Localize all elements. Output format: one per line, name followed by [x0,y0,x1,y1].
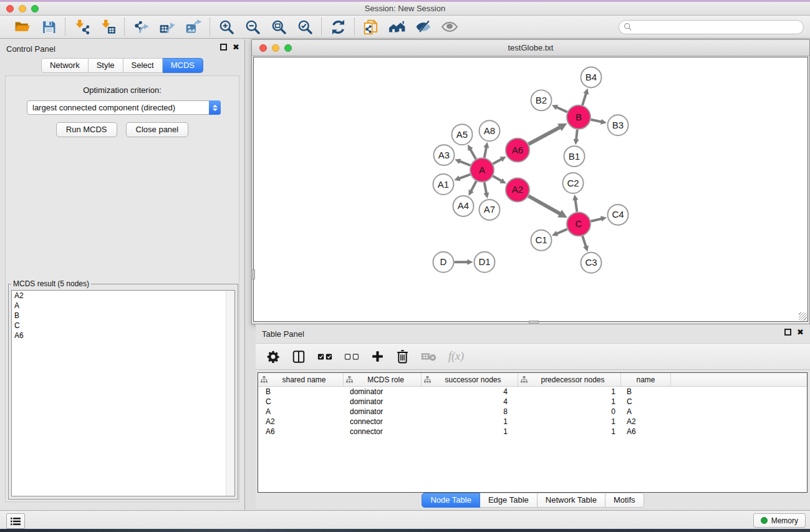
graph-edge-B-B2[interactable] [556,107,567,112]
first-neighbors-button[interactable] [388,18,406,36]
mcds-result-item[interactable]: A2 [12,291,234,301]
duplicate-network-button[interactable] [362,18,380,36]
function-builder-button[interactable]: f(x) [448,350,464,363]
graph-edge-B-B1[interactable] [576,130,577,140]
close-panel-button[interactable]: Close panel [126,122,189,137]
import-table-button[interactable] [99,18,117,36]
save-session-button[interactable] [40,18,57,36]
column-header-shared-name[interactable]: shared name [258,373,344,386]
optimization-select[interactable]: largest connected component (directed) [27,100,221,115]
table-close-panel-icon[interactable]: ✖ [797,329,804,336]
delete-column-button[interactable] [396,349,409,364]
graph-edge-C-C2[interactable] [576,200,577,212]
mcds-result-list[interactable]: A2ABCA6 [11,290,235,496]
deselect-all-button[interactable] [344,352,359,362]
cell-shared-name[interactable]: C [258,397,344,407]
graph-edge-A-A6[interactable] [493,159,501,164]
export-network-button[interactable] [132,18,150,36]
search-input[interactable] [632,21,803,33]
delete-table-button[interactable] [421,351,436,362]
cell-name[interactable]: A2 [621,417,671,427]
table-row[interactable]: A2connector11A2 [258,417,807,427]
mcds-result-item[interactable]: C [12,321,234,331]
cell-predecessor-nodes[interactable]: 0 [518,407,621,417]
column-layout-button[interactable] [292,350,306,364]
table-tab-network-table[interactable]: Network Table [538,493,605,508]
select-all-button[interactable] [317,352,332,362]
cell-name[interactable]: A6 [621,427,671,437]
cell-predecessor-nodes[interactable]: 1 [518,397,621,407]
column-header-predecessor-nodes[interactable]: predecessor nodes [518,373,621,386]
cell-name[interactable]: C [621,397,671,407]
graph-edge-A6-B[interactable] [529,127,561,144]
table-tab-node-table[interactable]: Node Table [422,493,480,508]
graph-edge-A-A7[interactable] [485,182,486,193]
zoom-fit-button[interactable] [270,18,287,36]
cell-MCDS-role[interactable]: dominator [344,397,422,407]
memory-button[interactable]: Memory [753,513,806,528]
cell-shared-name[interactable]: A2 [258,417,344,427]
graph-edge-C-C3[interactable] [582,236,586,247]
cell-successor-nodes[interactable]: 4 [422,397,518,407]
cell-shared-name[interactable]: B [258,387,344,397]
table-row[interactable]: Adominator80A [258,407,807,417]
add-column-button[interactable] [371,350,384,363]
refresh-layout-button[interactable] [329,18,347,36]
result-scrollbar[interactable] [226,291,234,496]
mcds-result-item[interactable]: A6 [12,331,234,341]
graph-edge-B-B3[interactable] [591,120,602,122]
resize-grip-icon[interactable] [799,312,807,321]
left-panel-handle[interactable] [251,269,255,279]
mcds-result-item[interactable]: B [12,311,234,321]
graph-edge-A-A8[interactable] [485,147,486,158]
tab-mcds[interactable]: MCDS [163,58,203,73]
table-tab-edge-table[interactable]: Edge Table [480,493,538,508]
zoom-in-button[interactable] [218,18,235,36]
cell-MCDS-role[interactable]: connector [344,427,422,437]
tab-style[interactable]: Style [89,58,123,73]
tab-select[interactable]: Select [123,58,163,73]
zoom-selected-button[interactable] [296,18,314,36]
table-float-panel-icon[interactable] [784,329,791,336]
cell-shared-name[interactable]: A6 [258,427,344,437]
cell-predecessor-nodes[interactable]: 1 [518,427,621,437]
hide-selected-button[interactable] [415,18,432,36]
column-header-successor-nodes[interactable]: successor nodes [422,373,518,386]
export-image-button[interactable] [185,18,202,36]
cell-MCDS-role[interactable]: dominator [344,407,422,417]
cell-successor-nodes[interactable]: 8 [422,407,518,417]
table-options-button[interactable] [266,350,280,364]
network-window-titlebar[interactable]: testGlobe.txt [252,40,809,56]
cell-successor-nodes[interactable]: 1 [422,417,518,427]
cell-shared-name[interactable]: A [258,407,344,417]
search-box[interactable] [619,20,804,34]
table-row[interactable]: A6connector11A6 [258,427,807,437]
float-panel-icon[interactable] [220,44,227,51]
column-header-MCDS-role[interactable]: MCDS role [344,373,422,386]
cell-name[interactable]: A [621,407,671,417]
table-row[interactable]: Bdominator41B [258,387,807,397]
cell-predecessor-nodes[interactable]: 1 [518,387,621,397]
cell-successor-nodes[interactable]: 4 [422,387,518,397]
graph-edge-A2-C[interactable] [528,196,560,214]
graph-edge-A-A4[interactable] [471,181,476,191]
graph-edge-B-B4[interactable] [582,93,586,105]
graph-edge-A-A5[interactable] [470,149,476,159]
table-tab-motifs[interactable]: Motifs [605,493,644,508]
cell-name[interactable]: B [621,387,671,397]
show-all-button[interactable] [441,18,458,36]
import-network-button[interactable] [73,18,90,36]
graph-edge-A-A3[interactable] [460,161,471,165]
graph-edge-C-C4[interactable] [591,219,602,221]
cell-predecessor-nodes[interactable]: 1 [518,417,621,427]
graph-edge-C-C1[interactable] [556,229,567,233]
column-header-name[interactable]: name [621,373,671,386]
task-history-button[interactable] [6,513,25,529]
export-table-button[interactable] [158,18,176,36]
open-session-button[interactable] [14,18,31,36]
graph-edge-A-A2[interactable] [493,176,501,181]
network-canvas[interactable]: B4B2BB3A8A5A6A3B1AC2A1A2A4A7C4CC1C3DD1 [253,57,808,322]
cell-MCDS-role[interactable]: dominator [344,387,422,397]
run-mcds-button[interactable]: Run MCDS [56,122,117,137]
table-row[interactable]: Cdominator41C [258,397,807,407]
